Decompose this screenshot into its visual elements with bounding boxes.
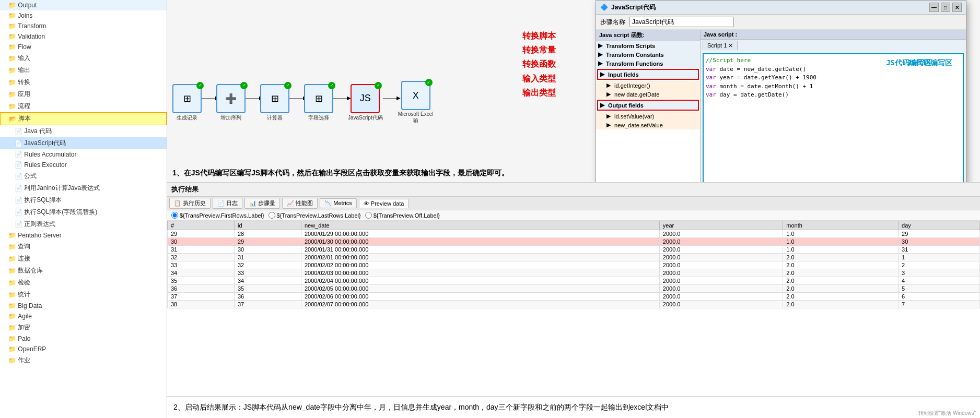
sidebar-item-pentaho-server[interactable]: 📁 Pentaho Server bbox=[0, 230, 167, 241]
js-tree-transform-functions[interactable]: ▶ Transform Functions bbox=[596, 59, 700, 68]
wf-box-js-code[interactable]: JS ✓ bbox=[351, 84, 380, 113]
exec-table-cell: 5 bbox=[899, 285, 980, 293]
sidebar-item-exec-sql[interactable]: 📄 执行SQL脚本 bbox=[0, 194, 167, 206]
wf-node-js-code[interactable]: JS ✓ JavaScript代码 bbox=[348, 84, 383, 122]
script-tab[interactable]: Script 1 ✕ bbox=[703, 41, 738, 50]
exec-table-row: 33322000/02/02 00:00:00.0002000.02.02 bbox=[168, 261, 980, 269]
sidebar-item-industry[interactable]: 📁 作业 bbox=[0, 354, 167, 366]
sidebar-item-process[interactable]: 📁 流程 bbox=[0, 100, 167, 112]
radio-option-1[interactable]: ${TransPreview.LastRows.Label} bbox=[269, 212, 361, 219]
sidebar-item-transform[interactable]: 📁 Transform bbox=[0, 21, 167, 31]
js-step-row: 步骤名称 bbox=[596, 15, 966, 30]
wf-node-generate[interactable]: ⊞ ✓ 生成记录 bbox=[172, 84, 202, 122]
js-tree-child-newdatesetValue[interactable]: ▶ new_date.setValue bbox=[596, 121, 700, 129]
sidebar-item-flow[interactable]: 📁 Flow bbox=[0, 42, 167, 52]
sidebar-label-input: 输入 bbox=[18, 54, 30, 63]
exec-tab-5[interactable]: 👁 Preview data bbox=[359, 199, 409, 208]
sidebar-item-query[interactable]: 📁 查询 bbox=[0, 241, 167, 253]
wf-node-excel[interactable]: X ✓ Microsoft Excel 输 bbox=[398, 81, 434, 124]
exec-tab-1[interactable]: 📄 日志 bbox=[213, 198, 242, 209]
radio-option-0[interactable]: ${TransPreview.FirstRows.Label} bbox=[171, 212, 264, 219]
sidebar-item-apply[interactable]: 📁 应用 bbox=[0, 88, 167, 100]
sidebar-item-formula[interactable]: 📄 公式 bbox=[0, 170, 167, 182]
sidebar-item-javascript-code[interactable]: 📄 JavaScript代码 bbox=[0, 137, 167, 149]
sidebar-item-rules-accumulator[interactable]: 📄 Rules Accumulator bbox=[0, 149, 167, 160]
sidebar-item-exec-sql2[interactable]: 📄 执行SQL脚本(字段流替换) bbox=[0, 206, 167, 218]
wf-box-generate[interactable]: ⊞ ✓ bbox=[172, 84, 202, 113]
dialog-close-btn[interactable]: ✕ bbox=[952, 3, 962, 12]
exec-tab-0[interactable]: 📋 执行历史 bbox=[169, 198, 211, 209]
js-tree-output-fields[interactable]: ▶ Output fields bbox=[597, 100, 699, 111]
sidebar-item-connect[interactable]: 📁 连接 bbox=[0, 253, 167, 265]
wf-box-field-select[interactable]: ⊞ ✓ bbox=[304, 84, 333, 113]
sidebar-item-joins[interactable]: 📁 Joins bbox=[0, 10, 167, 21]
exec-tab-4[interactable]: 📉 Metrics bbox=[320, 198, 357, 208]
wf-node-add-seq[interactable]: ➕ ✓ 增加序列 bbox=[216, 84, 246, 122]
js-tree-transform-constants[interactable]: ▶ Transform Constants bbox=[596, 50, 700, 59]
exec-tab-3[interactable]: 📈 性能图 bbox=[282, 198, 318, 209]
sidebar-item-agile[interactable]: 📁 Agile bbox=[0, 311, 167, 321]
exec-table-cell: 1.0 bbox=[783, 238, 899, 246]
sidebar-label-rules-accumulator: Rules Accumulator bbox=[24, 151, 76, 158]
code-line: var month = date.getMonth() + 1 bbox=[706, 82, 961, 91]
sidebar-item-java-code[interactable]: 📄 Java 代码 bbox=[0, 125, 167, 137]
sidebar-label-flow: Flow bbox=[18, 43, 31, 51]
js-code-editor[interactable]: //Script herevar date = new_date.getDate… bbox=[703, 53, 964, 183]
exec-tab-2[interactable]: 📊 步骤量 bbox=[244, 198, 280, 209]
sidebar-item-regex[interactable]: 📄 正则表达式 bbox=[0, 218, 167, 230]
tree-child-label: new_date.setValue bbox=[614, 122, 663, 128]
sidebar-item-output[interactable]: 📁 Output bbox=[0, 0, 167, 10]
wf-arrow-4: ▶ bbox=[333, 98, 348, 99]
sidebar-icon-pentaho-server: 📁 bbox=[8, 232, 16, 239]
wf-check-excel: ✓ bbox=[425, 79, 433, 86]
js-tree-child-newdategetDate[interactable]: ▶ new date.getDate bbox=[596, 90, 700, 99]
js-tree-transform-scripts[interactable]: ▶ Transform Scripts bbox=[596, 41, 700, 50]
wf-node-calc[interactable]: ⊞ ✓ 计算器 bbox=[260, 84, 289, 122]
exec-table-cell: 2.0 bbox=[783, 277, 899, 285]
wf-box-calc[interactable]: ⊞ ✓ bbox=[260, 84, 289, 113]
exec-table-cell: 4 bbox=[899, 277, 980, 285]
js-tree-input-fields[interactable]: ▶ Input fields bbox=[597, 69, 699, 80]
js-tree-child-idsetValuevar[interactable]: ▶ id.setValue(var) bbox=[596, 112, 700, 121]
sidebar-icon-exec-sql: 📄 bbox=[15, 197, 22, 204]
sidebar-item-janino[interactable]: 📄 利用Janino计算Java表达式 bbox=[0, 182, 167, 194]
exec-table-cell: 2000/02/06 00:00:00.000 bbox=[301, 293, 659, 301]
sidebar-item-input[interactable]: 📁 输入 bbox=[0, 52, 167, 64]
radio-input-1[interactable] bbox=[269, 212, 275, 219]
wf-icon-field-select: ⊞ bbox=[315, 93, 323, 104]
sidebar-icon-flow: 📁 bbox=[8, 43, 16, 51]
sidebar-item-openerp[interactable]: 📁 OpenERP bbox=[0, 344, 167, 354]
wf-node-field-select[interactable]: ⊞ ✓ 字段选择 bbox=[304, 84, 333, 122]
wf-box-excel[interactable]: X ✓ bbox=[401, 81, 430, 110]
sidebar-item-validation[interactable]: 📁 Validation bbox=[0, 31, 167, 42]
sidebar-item-stats[interactable]: 📁 统计 bbox=[0, 289, 167, 301]
wf-box-add-seq[interactable]: ➕ ✓ bbox=[216, 84, 246, 113]
sidebar-item-database[interactable]: 📁 数据仓库 bbox=[0, 265, 167, 277]
tree-child-label: id.setValue(var) bbox=[614, 113, 654, 120]
sidebar-item-check[interactable]: 📁 检验 bbox=[0, 277, 167, 289]
right-area: ⊞ ✓ 生成记录 ▶ ➕ ✓ 增加序列 ▶ ⊞ ✓ 计算器 ▶ ⊞ ✓ 字段选择… bbox=[167, 0, 980, 418]
step-name-input[interactable] bbox=[629, 17, 734, 27]
watermark: 转到设置"激活 Windows" bbox=[918, 410, 976, 417]
exec-table-cell: 29 bbox=[168, 230, 235, 238]
sidebar-item-script[interactable]: 📂 脚本 bbox=[0, 112, 167, 125]
sidebar-item-output2[interactable]: 📁 输出 bbox=[0, 64, 167, 76]
sidebar-item-rules-executor[interactable]: 📄 Rules Executor bbox=[0, 160, 167, 170]
js-tree-child-idgetInteger[interactable]: ▶ id.getInteger() bbox=[596, 81, 700, 90]
tree-expand-output-fields: ▶ bbox=[600, 102, 604, 109]
sidebar-item-transform2[interactable]: 📁 转换 bbox=[0, 76, 167, 88]
dialog-restore-btn[interactable]: □ bbox=[941, 3, 950, 12]
sidebar-item-bigdata[interactable]: 📁 Big Data bbox=[0, 301, 167, 311]
exec-table-cell: 2000.0 bbox=[659, 254, 783, 261]
ann-output-type: 输出类型 bbox=[522, 86, 556, 100]
radio-input-2[interactable] bbox=[365, 212, 372, 219]
sidebar-item-encrypt[interactable]: 📁 加密 bbox=[0, 321, 167, 333]
exec-table-cell: 2000.0 bbox=[659, 293, 783, 301]
exec-table-cell: 33 bbox=[168, 261, 235, 269]
radio-option-2[interactable]: ${TransPreview.Off.Label} bbox=[365, 212, 440, 219]
radio-input-0[interactable] bbox=[171, 212, 178, 219]
exec-table-cell: 1.0 bbox=[783, 230, 899, 238]
dialog-minimize-btn[interactable]: — bbox=[929, 3, 939, 12]
wf-label-calc: 计算器 bbox=[267, 114, 283, 122]
sidebar-item-palo[interactable]: 📁 Palo bbox=[0, 333, 167, 344]
